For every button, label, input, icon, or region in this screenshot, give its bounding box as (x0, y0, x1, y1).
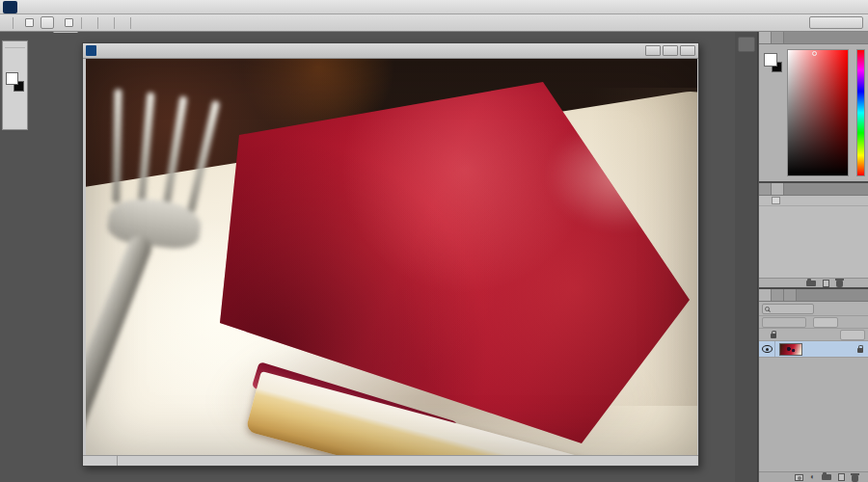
photo-vignette (86, 59, 697, 456)
foreground-color-swatch[interactable] (6, 72, 18, 85)
eye-icon (762, 345, 773, 353)
color-panel (759, 32, 868, 183)
maximize-button[interactable] (663, 45, 678, 56)
tools-palette (2, 40, 28, 130)
new-action-icon[interactable] (823, 280, 829, 287)
separator (130, 17, 131, 29)
document-file-icon (86, 45, 96, 56)
new-group-icon[interactable] (822, 474, 831, 480)
layer-row-background[interactable] (759, 341, 868, 358)
actions-panel (759, 183, 868, 289)
color-swatches-widget (3, 69, 27, 100)
blend-mode-dropdown[interactable] (762, 317, 806, 328)
document-status-bar (83, 455, 698, 466)
options-bar (0, 14, 868, 32)
tab-paths[interactable] (784, 289, 797, 301)
menu-bar (0, 0, 868, 14)
minimize-button[interactable] (645, 45, 661, 56)
layers-panel: ◐ (759, 289, 868, 482)
color-picker-marker[interactable] (812, 51, 817, 56)
delete-layer-icon[interactable] (852, 475, 858, 482)
show-transform-checkbox[interactable] (65, 18, 73, 27)
new-layer-icon[interactable] (838, 473, 845, 481)
lock-all-icon[interactable] (771, 334, 776, 338)
workspace-switcher-button[interactable] (809, 16, 863, 29)
adjustment-layer-icon[interactable]: ◐ (810, 473, 815, 481)
collapsed-panel-dock (735, 32, 758, 482)
layers-empty-area (759, 358, 868, 471)
foreground-color-swatch[interactable] (764, 53, 777, 67)
layer-filter-dropdown[interactable] (762, 304, 814, 314)
layers-button-bar: ◐ (759, 471, 868, 482)
separator (97, 17, 98, 29)
tool[interactable] (4, 50, 15, 65)
photoshop-logo (3, 1, 17, 13)
quick-mask-button[interactable] (3, 100, 27, 113)
layer-thumbnail[interactable] (779, 343, 802, 356)
photoshop-window: ◐ (0, 0, 868, 482)
search-icon (765, 307, 770, 311)
auto-select-scope-dropdown[interactable] (41, 16, 54, 29)
tab-actions[interactable] (772, 183, 784, 195)
opacity-field[interactable] (813, 317, 838, 328)
auto-select-checkbox[interactable] (25, 18, 34, 27)
tab-history[interactable] (759, 183, 772, 195)
delete-action-icon[interactable] (836, 281, 843, 287)
zoom-level-field[interactable] (83, 456, 118, 466)
panel-column: ◐ (759, 32, 868, 482)
canvas-image[interactable] (86, 59, 697, 456)
layer-locked-icon (857, 348, 863, 353)
collapsed-panel-icon[interactable] (738, 37, 755, 52)
separator (81, 17, 82, 29)
add-layer-mask-icon[interactable] (795, 474, 803, 481)
new-action-set-icon[interactable] (806, 281, 816, 286)
separator (114, 17, 115, 29)
document-title-bar[interactable] (83, 43, 698, 59)
document-window (82, 42, 699, 467)
fill-field[interactable] (840, 330, 865, 340)
separator (13, 17, 14, 29)
actions-button-bar (759, 278, 868, 287)
tab-color[interactable] (759, 32, 772, 43)
dialog-toggle-box[interactable] (772, 197, 780, 204)
layer-visibility-cell[interactable] (759, 341, 775, 357)
close-button[interactable] (680, 45, 695, 56)
tools-grip[interactable] (5, 43, 25, 48)
saturation-brightness-map[interactable] (787, 49, 849, 176)
screen-mode-button[interactable] (3, 113, 27, 125)
hue-ramp[interactable] (856, 49, 865, 176)
tab-swatches[interactable] (772, 32, 784, 43)
tab-layers[interactable] (759, 289, 772, 301)
action-row[interactable] (759, 196, 868, 206)
tab-channels[interactable] (772, 289, 784, 301)
